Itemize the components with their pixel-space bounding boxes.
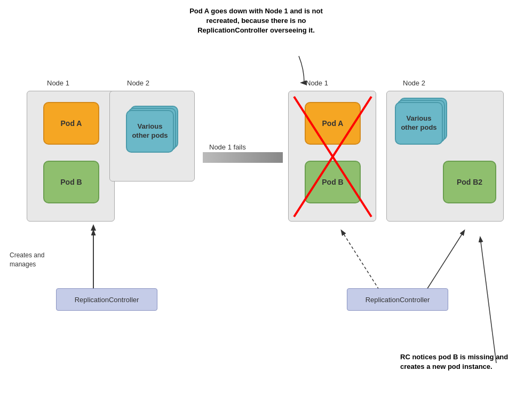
node1-fails-label: Node 1 fails xyxy=(209,143,246,151)
left-node2-box: Variousother pods xyxy=(109,91,195,182)
right-pod-b2: Pod B2 xyxy=(443,161,496,203)
svg-line-6 xyxy=(427,231,464,289)
left-node2-label: Node 2 xyxy=(127,79,149,87)
svg-rect-3 xyxy=(203,152,283,163)
right-stack-front: Variousother pods xyxy=(395,102,443,145)
right-node1-label: Node 1 xyxy=(306,79,328,87)
left-pod-b: Pod B xyxy=(43,161,99,203)
svg-marker-2 xyxy=(229,152,283,163)
right-node2-box: Variousother pods Pod B2 xyxy=(386,91,504,222)
svg-line-5 xyxy=(342,231,379,289)
left-node1-label: Node 1 xyxy=(47,79,69,87)
left-rc-box: ReplicationController xyxy=(56,288,157,311)
diagram-container: Pod A goes down with Node 1 and is not r… xyxy=(0,0,532,410)
stack-front: Variousother pods xyxy=(126,110,174,153)
top-annotation: Pod A goes down with Node 1 and is not r… xyxy=(181,6,331,36)
right-pod-a: Pod A xyxy=(305,102,361,145)
right-node2-label: Node 2 xyxy=(403,79,425,87)
creates-manages-label: Creates and manages xyxy=(10,251,44,269)
right-rc-box: ReplicationController xyxy=(347,288,448,311)
right-pod-b: Pod B xyxy=(305,161,361,203)
left-pod-a: Pod A xyxy=(43,102,99,145)
bottom-annotation: RC notices pod B is missing and creates … xyxy=(400,352,518,372)
svg-marker-1 xyxy=(91,224,96,231)
svg-line-7 xyxy=(480,238,496,363)
right-node1-box: Pod A Pod B xyxy=(288,91,376,222)
left-node1-box: Pod A Pod B xyxy=(27,91,115,222)
